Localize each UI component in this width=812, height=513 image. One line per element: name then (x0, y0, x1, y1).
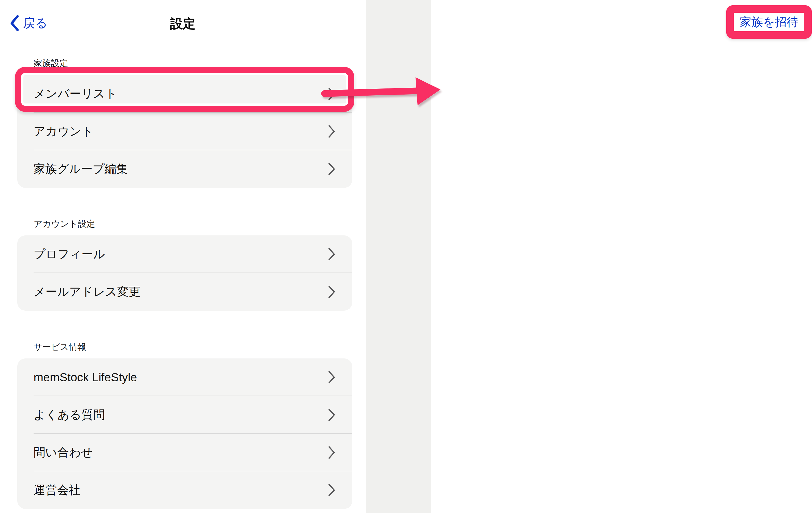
settings-item-profile[interactable]: プロフィール (17, 235, 352, 273)
settings-item-change-email[interactable]: メールアドレス変更 (17, 273, 352, 311)
page-title: 設定 (107, 15, 259, 32)
screens-gutter (366, 0, 431, 513)
invite-family-button[interactable]: 家族を招待 (734, 13, 804, 31)
chevron-right-icon (328, 446, 336, 459)
chevron-right-icon (328, 285, 336, 299)
section-label-service-info: サービス情報 (34, 341, 86, 353)
section-label-account-settings: アカウント設定 (34, 218, 95, 230)
chevron-right-icon (328, 408, 336, 422)
annotation-highlight-invite: 家族を招待 (726, 5, 812, 39)
settings-card-account: プロフィール メールアドレス変更 (17, 235, 352, 311)
settings-item-member-list[interactable]: メンバーリスト (17, 75, 352, 113)
chevron-right-icon (328, 370, 336, 384)
family-members-screen: 設定 家族メンバー メンバー 3 お父さん (431, 0, 812, 513)
settings-card-service: memStock LifeStyle よくある質問 問い合わせ 運営会社 (17, 358, 352, 509)
chevron-left-icon (10, 15, 19, 32)
settings-item-faq[interactable]: よくある質問 (17, 396, 352, 434)
settings-item-operating-company[interactable]: 運営会社 (17, 471, 352, 509)
settings-item-contact[interactable]: 問い合わせ (17, 434, 352, 471)
back-button-label: 戻る (23, 15, 48, 31)
settings-screen: 戻る 設定 家族設定 メンバーリスト アカウント 家族グループ編集 アカウント設… (0, 0, 366, 513)
chevron-right-icon (328, 247, 336, 261)
chevron-right-icon (328, 87, 336, 101)
settings-item-family-group-edit[interactable]: 家族グループ編集 (17, 150, 352, 188)
section-label-family-settings: 家族設定 (34, 57, 68, 69)
settings-item-account[interactable]: アカウント (17, 113, 352, 150)
chevron-right-icon (328, 162, 336, 176)
chevron-right-icon (328, 483, 336, 497)
chevron-right-icon (328, 125, 336, 138)
back-button[interactable]: 戻る (10, 15, 48, 32)
settings-item-memstock-lifestyle[interactable]: memStock LifeStyle (17, 358, 352, 396)
settings-card-family: メンバーリスト アカウント 家族グループ編集 (17, 75, 352, 188)
invite-family-button-label: 家族を招待 (740, 14, 798, 30)
